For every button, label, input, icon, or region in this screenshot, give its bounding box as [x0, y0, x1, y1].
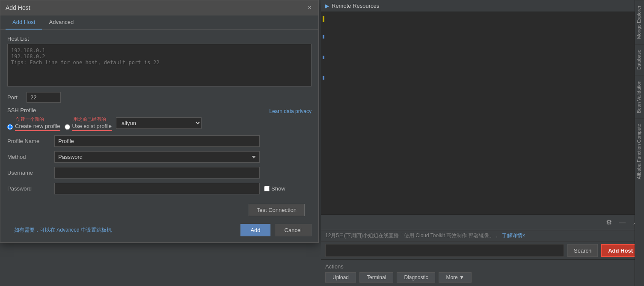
profile-dropdown[interactable]: aliyun default test: [116, 117, 202, 129]
search-add-row: Search Add Host: [321, 241, 644, 260]
right-side-tabs: Mongo Explorer Database Bean Validation …: [635, 0, 644, 286]
ssh-profile-section: SSH Profile Learn data privacy 创建一个新的 Cr…: [7, 107, 312, 131]
create-new-annotation: 创建一个新的: [16, 116, 44, 122]
right-toolbar: ⚙ — ↗: [321, 214, 644, 230]
indicator-blue1: [323, 35, 324, 39]
ssh-profile-label: SSH Profile: [7, 107, 36, 113]
test-connection-row: Test Connection: [0, 200, 318, 220]
minimize-button[interactable]: —: [617, 218, 627, 227]
upload-button[interactable]: Upload: [325, 272, 356, 283]
dialog-overlay: Add Host × Add Host Advanced Host List P…: [0, 0, 321, 286]
use-exist-label[interactable]: Use exist profile: [65, 123, 112, 131]
create-new-label[interactable]: Create new profile: [7, 123, 60, 131]
host-list-section: Host List: [7, 36, 312, 88]
profile-name-row: Profile Name: [7, 135, 312, 147]
remote-resources-title: Remote Resources: [332, 3, 379, 9]
profile-name-input[interactable]: [54, 135, 260, 147]
notification-bar: 12月5日(下周四)小姐姐在线直播「使用 Cloud Toolkit 高效制作 …: [321, 230, 644, 241]
add-host-dialog: Add Host × Add Host Advanced Host List P…: [0, 0, 319, 243]
learn-data-privacy-link[interactable]: Learn data privacy: [269, 108, 312, 114]
host-list-textarea[interactable]: [7, 44, 312, 86]
actions-label: Actions: [325, 263, 640, 270]
ssh-profile-header: SSH Profile Learn data privacy: [7, 107, 312, 115]
action-buttons-row: Upload Terminal Diagnostic More ▼: [325, 272, 640, 283]
use-exist-annotation: 用之前已经有的: [73, 116, 106, 122]
side-tab-mongo-explorer[interactable]: Mongo Explorer: [635, 0, 644, 44]
username-row: Username: [7, 167, 312, 179]
tab-advanced[interactable]: Advanced: [42, 15, 80, 30]
password-label: Password: [7, 185, 50, 192]
cancel-button[interactable]: Cancel: [275, 224, 312, 236]
close-button[interactable]: ×: [306, 4, 313, 12]
host-list-label: Host List: [7, 36, 312, 42]
username-input[interactable]: [54, 167, 260, 179]
use-exist-option: 用之前已经有的 Use exist profile: [65, 123, 112, 131]
username-label: Username: [7, 170, 50, 176]
tab-add-host[interactable]: Add Host: [6, 15, 42, 30]
show-password-checkbox[interactable]: [264, 186, 270, 191]
use-exist-text: Use exist profile: [72, 123, 112, 131]
port-label: Port: [7, 94, 22, 101]
add-host-button[interactable]: Add Host: [601, 244, 640, 257]
dialog-body: Host List Port SSH Profile Learn data pr…: [0, 30, 318, 200]
advanced-link[interactable]: 如有需要，可以在 Advanced 中设置跳板机: [7, 226, 119, 234]
gear-icon-button[interactable]: ⚙: [604, 217, 614, 227]
show-password-label[interactable]: Show: [264, 185, 285, 192]
right-header: ▶ Remote Resources: [321, 0, 644, 12]
right-content: [321, 12, 644, 214]
profile-options-row: 创建一个新的 Create new profile 用之前已经有的 Use ex…: [7, 115, 312, 131]
profile-name-label: Profile Name: [7, 138, 50, 144]
indicator-yellow: [323, 16, 324, 22]
more-button[interactable]: More ▼: [439, 272, 472, 283]
notification-text: 12月5日(下周四)小姐姐在线直播「使用 Cloud Toolkit 高效制作 …: [325, 232, 499, 239]
indicator-blue3: [323, 76, 324, 80]
side-tab-database[interactable]: Database: [635, 44, 644, 75]
indicator-blue2: [323, 56, 324, 59]
show-label: Show: [271, 185, 285, 192]
actions-section: Actions Upload Terminal Diagnostic More …: [321, 260, 644, 286]
password-input[interactable]: [54, 183, 260, 194]
dialog-title: Add Host: [6, 4, 30, 11]
search-button[interactable]: Search: [567, 244, 598, 257]
dialog-tabs: Add Host Advanced: [0, 15, 318, 30]
dialog-footer: 如有需要，可以在 Advanced 中设置跳板机 Add Cancel: [0, 220, 318, 242]
dialog-titlebar: Add Host ×: [0, 0, 318, 15]
terminal-button[interactable]: Terminal: [359, 272, 393, 283]
port-input[interactable]: [27, 92, 61, 103]
create-new-option: 创建一个新的 Create new profile: [7, 123, 60, 131]
add-button[interactable]: Add: [240, 224, 270, 236]
notification-link[interactable]: 了解详情×: [502, 232, 525, 239]
triangle-icon: ▶: [325, 3, 329, 9]
method-row: Method Password Key: [7, 151, 312, 163]
create-new-radio[interactable]: [7, 124, 13, 130]
footer-buttons: Add Cancel: [240, 224, 312, 236]
create-new-text: Create new profile: [15, 123, 60, 131]
password-row: Password Show: [7, 183, 312, 194]
chart-indicators: [323, 16, 324, 80]
method-select[interactable]: Password Key: [54, 151, 260, 163]
use-exist-radio[interactable]: [65, 124, 70, 130]
right-panel: ▶ Remote Resources ⚙ — ↗ 12月5日(下周四)小姐姐在线…: [321, 0, 644, 286]
port-row: Port: [7, 92, 312, 103]
test-connection-button[interactable]: Test Connection: [249, 204, 305, 216]
method-label: Method: [7, 154, 50, 160]
side-tab-alibaba-function-compute[interactable]: Alibaba Function Compute: [635, 118, 644, 185]
search-input[interactable]: [325, 244, 564, 257]
side-tab-bean-validation[interactable]: Bean Validation: [635, 75, 644, 118]
diagnostic-button[interactable]: Diagnostic: [397, 272, 435, 283]
